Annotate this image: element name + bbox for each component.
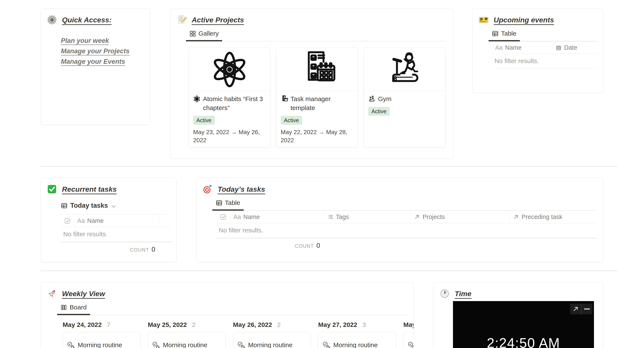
clock-coffee-icon (322, 341, 330, 348)
board-column: May 28, 2022 Morning routine (403, 321, 414, 348)
quick-access-links: Plan your week Manage your Projects Mana… (61, 35, 150, 67)
section-divider (41, 166, 618, 166)
clock-icon (440, 289, 450, 298)
task-checklist-line-art (276, 48, 358, 91)
tab-table[interactable]: Table (212, 199, 244, 211)
todays-tasks-title[interactable]: Today’s tasks (218, 185, 265, 194)
column-header-tags[interactable]: Tags (324, 211, 410, 223)
gallery-grid: Atomic habits “First 3 chapters” Active … (189, 48, 453, 147)
svg-text:A: A (485, 18, 486, 20)
empty-state: No filter results. (61, 227, 172, 242)
quick-access-title[interactable]: Quick Access: (62, 16, 112, 24)
board-column: May 25, 2022 2 Morning routine (148, 321, 226, 348)
gallery-card-title: Gym (378, 94, 392, 103)
clock-coffee-icon (408, 341, 414, 348)
time-card: Time 2:24:50 AM (434, 282, 603, 348)
clock-coffee-icon (152, 341, 160, 348)
card-date-range: May 22, 2022 → May 28, 2022 (281, 128, 353, 144)
gallery-card-title: Task manager template (290, 94, 353, 112)
gallery-card-atomic-habits[interactable]: Atomic habits “First 3 chapters” Active … (189, 48, 270, 147)
text-type-icon: Aa (77, 217, 85, 224)
board-card-morning-routine[interactable]: Morning routine (233, 332, 311, 348)
clock-coffee-icon (237, 341, 245, 348)
board-card-morning-routine[interactable]: Morning routine (148, 332, 226, 348)
count-control[interactable]: COUNT 0 (61, 242, 155, 253)
column-header-projects[interactable]: Projects (410, 211, 510, 223)
atom-line-art (189, 48, 270, 91)
active-projects-card: Active Projects Gallery (170, 8, 453, 158)
view-selector-today-tasks[interactable]: Today tasks (61, 202, 176, 209)
column-header-name[interactable]: Aa Name (230, 211, 324, 223)
open-external-icon (573, 306, 578, 312)
digital-clock-readout: 2:24:50 AM (453, 335, 594, 348)
upcoming-events-tabbar: Table (492, 30, 597, 41)
weekly-view-card: Weekly View Board May 24, 2022 7 Morning… (41, 282, 414, 348)
todays-tasks-tabbar: Table (216, 199, 597, 211)
board-card-morning-routine[interactable]: Morning routine (318, 332, 396, 348)
active-projects-title[interactable]: Active Projects (192, 16, 244, 24)
checkbox-icon (64, 218, 70, 224)
tab-gallery[interactable]: Gallery (186, 30, 222, 41)
board-card-morning-routine[interactable]: Morning routine (62, 332, 140, 348)
column-header-checkbox[interactable] (61, 215, 74, 227)
upcoming-events-title[interactable]: Upcoming events (494, 16, 554, 24)
board-column-header: May 28, 2022 (403, 321, 414, 328)
upcoming-events-card: A Upcoming events Table Aa Name Date (472, 8, 603, 93)
board-column-header: May 25, 2022 2 (148, 321, 226, 328)
gear-icon (47, 15, 57, 25)
checkbox-icon (220, 214, 226, 220)
section-divider (41, 271, 618, 271)
board-column-header: May 27, 2022 3 (318, 321, 396, 328)
board-columns: May 24, 2022 7 Morning routine May 25, 2… (62, 321, 414, 348)
board-card-morning-routine[interactable]: Morning routine (403, 332, 414, 348)
column-header-checkbox[interactable] (216, 211, 230, 223)
gallery-card-task-manager[interactable]: Task manager template Active May 22, 202… (276, 48, 358, 147)
open-external-button[interactable] (570, 304, 581, 314)
empty-state: No filter results. (216, 223, 597, 238)
memo-icon (177, 15, 186, 25)
weekly-view-title[interactable]: Weekly View (62, 290, 105, 298)
chevron-down-icon (111, 204, 116, 208)
more-options-button[interactable] (581, 304, 592, 314)
card-date-range: May 23, 2022 → May 26, 2022 (193, 128, 266, 144)
gallery-card-title: Atomic habits “First 3 chapters” (203, 94, 266, 112)
clock-video-embed[interactable]: 2:24:50 AM (453, 301, 594, 348)
link-manage-your-events[interactable]: Manage your Events (61, 56, 150, 67)
table-icon (61, 202, 68, 209)
tab-board[interactable]: Board (57, 304, 90, 315)
weekly-view-tabbar: Board (60, 304, 408, 315)
embed-toolbar (570, 304, 592, 314)
list-icon (327, 214, 334, 220)
board-column-header: May 24, 2022 7 (62, 321, 140, 328)
ticket-icon: A (479, 15, 488, 25)
column-header-date[interactable]: Date (552, 42, 598, 54)
count-control[interactable]: COUNT 0 (216, 238, 320, 250)
board-column: May 24, 2022 7 Morning routine (62, 321, 140, 348)
status-tag: Active (368, 107, 390, 116)
column-header-preceding-task[interactable]: Preceding task (510, 211, 597, 223)
link-plan-your-week[interactable]: Plan your week (61, 35, 150, 46)
tab-table[interactable]: Table (488, 30, 520, 41)
board-column-header: May 26, 2022 2 (233, 321, 311, 328)
atom-icon (193, 95, 200, 103)
column-header-name[interactable]: Aa Name (492, 42, 552, 54)
link-manage-your-projects[interactable]: Manage your Projects (61, 46, 150, 56)
status-tag: Active (281, 116, 302, 125)
board-column: May 26, 2022 2 Morning routine (233, 321, 311, 348)
status-tag: Active (193, 116, 215, 125)
text-type-icon: Aa (495, 44, 502, 51)
quick-access-card: Quick Access: Plan your week Manage your… (41, 8, 150, 125)
gallery-card-gym[interactable]: Gym Active (364, 48, 445, 147)
dart-icon (203, 184, 212, 194)
check-mark-icon (47, 184, 57, 194)
treadmill-icon (368, 95, 376, 103)
todays-tasks-card: Today’s tasks Table Aa Name Tags (196, 178, 603, 262)
time-title[interactable]: Time (455, 290, 472, 298)
recurrent-tasks-title[interactable]: Recurrent tasks (62, 185, 117, 194)
column-header-name[interactable]: Aa Name (74, 215, 159, 227)
arrow-up-right-icon (513, 214, 519, 220)
calendar-icon (556, 45, 562, 51)
arrow-up-right-icon (414, 214, 420, 220)
text-type-icon: Aa (234, 214, 241, 221)
task-checklist-icon (281, 95, 288, 103)
